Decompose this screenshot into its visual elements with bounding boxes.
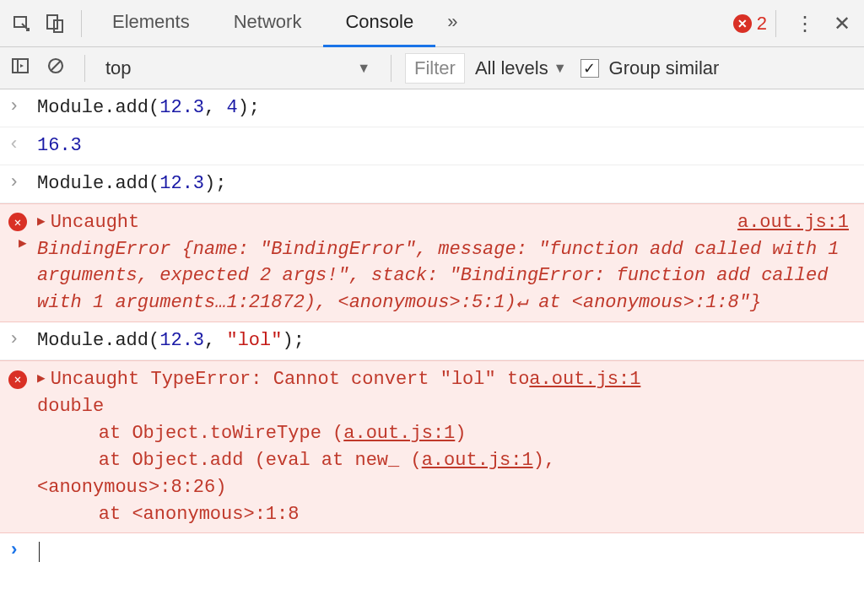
tab-elements[interactable]: Elements [90,0,212,47]
error-heading: Uncaught TypeError: Cannot convert "lol"… [51,366,530,393]
source-link[interactable]: a.out.js:1 [422,450,533,471]
error-icon: ✕ [733,14,752,33]
error-icon: ✕ [8,370,27,389]
log-levels-select[interactable]: All levels ▼ [475,57,567,79]
console-result-row: ‹ 16.3 [0,127,864,165]
console-expression: Module.add(12.3, "lol"); [37,327,856,354]
input-prompt-icon: › [8,96,19,117]
console-error-row: ✕ ▶ Uncaught a.out.js:1 ▶ BindingError {… [0,203,864,323]
inspect-icon[interactable] [5,7,39,41]
svg-rect-1 [47,15,57,29]
error-body: ▶ Uncaught TypeError: Cannot convert "lo… [37,366,856,527]
error-line: double [37,393,849,420]
console-input-row: › Module.add(12.3, "lol"); [0,322,864,360]
filter-input[interactable]: Filter [405,53,465,84]
input-prompt-icon: › [8,540,19,561]
more-menu-icon[interactable]: ⋮ [785,12,825,35]
stack-trace-line: <anonymous>:8:26) [37,474,849,501]
console-error-row: ✕ ▶ Uncaught TypeError: Cannot convert "… [0,360,864,533]
expand-triangle-icon[interactable]: ▶ [19,235,27,254]
group-similar-checkbox[interactable]: ✓ [580,59,599,78]
console-expression: Module.add(12.3, 4); [37,95,856,122]
levels-label: All levels [475,57,548,79]
error-count: 2 [757,13,767,35]
context-label: top [105,57,132,79]
clear-console-icon[interactable] [40,57,71,79]
input-prompt-icon: › [8,172,19,193]
separator [84,55,85,82]
output-prompt-icon: ‹ [8,134,19,155]
chevron-down-icon: ▼ [357,61,370,76]
tab-console[interactable]: Console [323,0,435,47]
error-badge[interactable]: ✕ 2 [733,13,767,35]
separator [775,10,776,37]
console-expression: Module.add(12.3); [37,170,856,197]
group-similar-label: Group similar [609,57,720,79]
error-icon: ✕ [8,213,27,231]
error-body: ▶ Uncaught a.out.js:1 ▶ BindingError {na… [37,209,856,317]
error-heading: Uncaught [51,209,737,236]
result-value: 16.3 [37,135,82,156]
source-link[interactable]: a.out.js:1 [529,366,640,393]
chevron-double-right-icon: » [447,11,457,33]
text-caret [39,542,40,562]
console-input-row: › Module.add(12.3, 4); [0,89,864,127]
input-prompt-icon: › [8,329,19,350]
source-link[interactable]: a.out.js:1 [737,209,849,236]
console-input-row: › Module.add(12.3); [0,165,864,203]
stack-trace-line: at <anonymous>:1:8 [54,501,849,528]
console-output: › Module.add(12.3, 4); ‹ 16.3 › Module.a… [0,89,864,570]
console-live-prompt[interactable]: › [0,533,864,570]
context-selector[interactable]: top ▼ [99,57,377,79]
expand-triangle-icon[interactable]: ▶ [37,209,46,232]
close-devtools-icon[interactable]: ✕ [825,12,859,35]
separator [391,55,392,82]
expand-triangle-icon[interactable]: ▶ [37,366,46,389]
device-toggle-icon[interactable] [39,7,73,41]
stack-trace: at Object.toWireType (a.out.js:1) at Obj… [54,420,849,474]
tabs-overflow[interactable]: » [435,0,469,47]
source-link[interactable]: a.out.js:1 [343,423,455,444]
devtools-toolbar: Elements Network Console » ✕ 2 ⋮ ✕ [0,0,864,47]
error-detail: BindingError {name: "BindingError", mess… [37,236,849,317]
console-toolbar: top ▼ Filter All levels ▼ ✓ Group simila… [0,47,864,89]
panel-tabs: Elements Network Console » [90,0,728,47]
separator [81,10,82,37]
sidebar-toggle-icon[interactable] [5,57,35,79]
chevron-down-icon: ▼ [554,61,567,76]
tab-network[interactable]: Network [212,0,324,47]
